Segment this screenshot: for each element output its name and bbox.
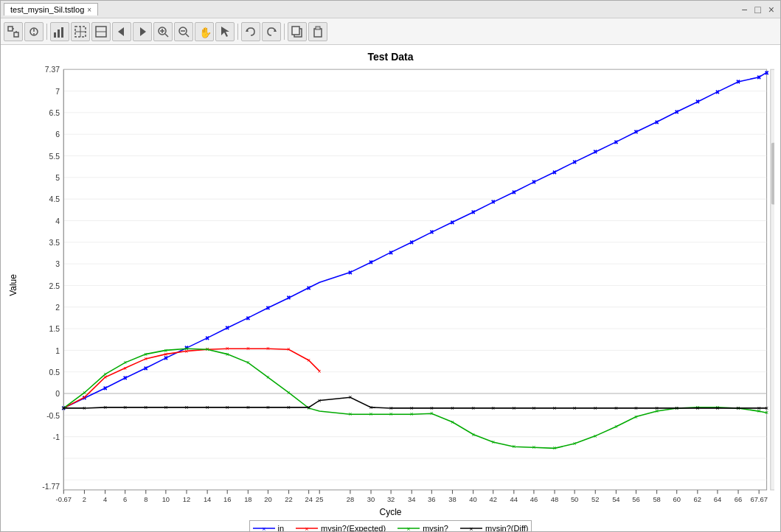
svg-text:×: ×: [287, 404, 291, 411]
chart-button[interactable]: [50, 22, 69, 41]
legend-line-mysin: ×: [398, 524, 420, 531]
svg-text:0.5: 0.5: [49, 368, 60, 377]
zoom-out-button[interactable]: [174, 22, 193, 41]
svg-text:×: ×: [246, 404, 250, 411]
chart-svg: 7.37 7 6.5 6 5.5 5 4.5 4 3.5 3 2.5 2 1.5…: [21, 66, 774, 505]
svg-text:×: ×: [614, 423, 618, 430]
chart-title: Test Data: [7, 51, 774, 63]
svg-text:2.5: 2.5: [49, 282, 60, 290]
pan-button[interactable]: ✋: [195, 22, 214, 41]
svg-rect-9: [61, 27, 63, 38]
svg-text:20: 20: [264, 495, 271, 503]
svg-text:-0.67: -0.67: [56, 495, 72, 503]
svg-text:-0.5: -0.5: [46, 411, 60, 419]
redo-button[interactable]: [262, 22, 281, 41]
chart-area: Value: [7, 66, 774, 505]
svg-text:12: 12: [183, 495, 190, 503]
undo-button[interactable]: [241, 22, 260, 41]
svg-text:×: ×: [757, 405, 761, 412]
svg-text:22: 22: [285, 495, 292, 503]
svg-text:×: ×: [246, 345, 250, 352]
svg-text:42: 42: [489, 495, 496, 503]
svg-text:4.5: 4.5: [49, 195, 60, 203]
copy-button[interactable]: [288, 22, 307, 41]
svg-text:×: ×: [532, 444, 535, 451]
svg-text:2: 2: [55, 304, 60, 312]
maximize-icon[interactable]: □: [752, 4, 763, 15]
toolbar: ✋: [1, 18, 780, 45]
svg-text:×: ×: [594, 433, 597, 440]
svg-text:×: ×: [471, 431, 475, 438]
zoom-in-button[interactable]: [153, 22, 173, 41]
svg-text:×: ×: [655, 119, 659, 126]
fit-button[interactable]: [91, 22, 111, 41]
svg-text:1: 1: [55, 347, 60, 355]
svg-text:×: ×: [675, 405, 678, 412]
svg-text:×: ×: [103, 371, 107, 378]
close-icon[interactable]: ×: [766, 4, 777, 15]
svg-text:44: 44: [510, 495, 518, 503]
svg-text:×: ×: [512, 443, 516, 450]
legend: × in × mysin?(Expected) × mys: [249, 520, 532, 531]
svg-text:×: ×: [634, 128, 638, 136]
svg-text:52: 52: [591, 495, 599, 503]
svg-text:×: ×: [62, 405, 66, 412]
svg-rect-8: [58, 29, 60, 38]
svg-text:×: ×: [737, 405, 740, 412]
svg-rect-264: [771, 69, 774, 490]
svg-text:10: 10: [162, 495, 170, 503]
svg-text:6.5: 6.5: [49, 109, 60, 117]
select-button[interactable]: [215, 22, 235, 41]
svg-text:×: ×: [471, 209, 475, 216]
svg-text:4: 4: [55, 217, 60, 225]
svg-text:48: 48: [551, 495, 558, 503]
svg-text:×: ×: [512, 189, 516, 196]
svg-point-6: [33, 33, 35, 35]
tab-close-icon[interactable]: ×: [87, 6, 91, 14]
svg-text:×: ×: [226, 324, 229, 332]
auto-scale-button[interactable]: [4, 22, 23, 41]
move-right-button[interactable]: [133, 22, 152, 41]
svg-text:×: ×: [594, 405, 597, 412]
y-axis-label: Value: [7, 66, 20, 505]
separator-3: [284, 24, 285, 40]
svg-text:1.5: 1.5: [49, 325, 60, 333]
svg-text:×: ×: [103, 404, 107, 411]
svg-text:×: ×: [266, 304, 270, 312]
zoom-box-button[interactable]: [71, 22, 90, 41]
svg-text:24: 24: [305, 495, 312, 503]
svg-text:28: 28: [347, 495, 354, 503]
properties-button[interactable]: [24, 22, 44, 41]
minimize-icon[interactable]: −: [738, 4, 750, 15]
svg-rect-7: [54, 32, 56, 38]
svg-text:×: ×: [553, 169, 557, 176]
legend-line-in: ×: [253, 524, 275, 531]
svg-text:×: ×: [430, 405, 434, 412]
paste-button[interactable]: [308, 22, 327, 41]
svg-text:×: ×: [287, 389, 291, 396]
legend-item-diff: × mysin?(Diff): [460, 524, 528, 531]
svg-text:-1: -1: [53, 433, 60, 441]
legend-label-diff: mysin?(Diff): [485, 524, 528, 531]
svg-text:×: ×: [307, 357, 310, 364]
svg-text:×: ×: [573, 440, 577, 447]
svg-text:×: ×: [348, 410, 352, 418]
move-left-button[interactable]: [112, 22, 131, 41]
svg-text:×: ×: [164, 404, 167, 411]
svg-text:4: 4: [103, 495, 107, 503]
svg-text:×: ×: [83, 389, 86, 396]
svg-text:×: ×: [634, 413, 638, 421]
svg-text:×: ×: [715, 88, 719, 96]
svg-text:×: ×: [573, 405, 577, 412]
chart-inner[interactable]: 7.37 7 6.5 6 5.5 5 4.5 4 3.5 3 2.5 2 1.5…: [21, 66, 774, 505]
title-bar: test_mysin_Sil.tstlog × − □ ×: [1, 1, 780, 18]
svg-text:×: ×: [451, 405, 454, 412]
svg-text:×: ×: [407, 525, 411, 531]
title-bar-tab[interactable]: test_mysin_Sil.tstlog ×: [4, 3, 98, 15]
svg-text:16: 16: [223, 495, 231, 503]
svg-text:×: ×: [491, 198, 495, 206]
svg-text:64: 64: [714, 495, 721, 503]
svg-text:×: ×: [246, 315, 250, 322]
svg-text:×: ×: [695, 98, 699, 105]
svg-text:40: 40: [469, 495, 476, 503]
